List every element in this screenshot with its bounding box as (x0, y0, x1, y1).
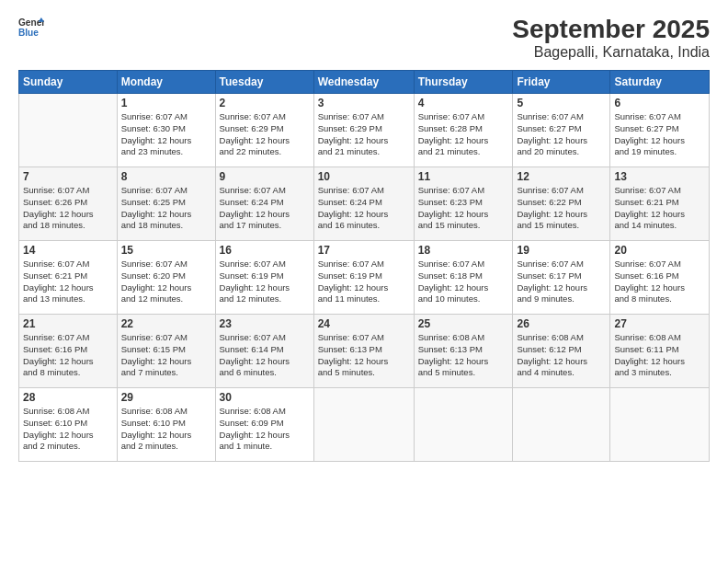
day-number: 17 (318, 244, 410, 257)
day-info: Sunrise: 6:07 AMSunset: 6:16 PMDaylight:… (23, 332, 113, 379)
table-row: 12Sunrise: 6:07 AMSunset: 6:22 PMDayligh… (513, 167, 610, 241)
col-monday: Monday (117, 71, 215, 94)
table-row: 23Sunrise: 6:07 AMSunset: 6:14 PMDayligh… (215, 315, 313, 388)
day-info: Sunrise: 6:07 AMSunset: 6:19 PMDaylight:… (318, 259, 410, 305)
table-row: 17Sunrise: 6:07 AMSunset: 6:19 PMDayligh… (313, 241, 414, 315)
table-row: 8Sunrise: 6:07 AMSunset: 6:25 PMDaylight… (117, 167, 215, 241)
day-info: Sunrise: 6:08 AMSunset: 6:09 PMDaylight:… (220, 406, 310, 453)
day-number: 11 (418, 170, 509, 183)
day-number: 12 (517, 170, 606, 183)
day-info: Sunrise: 6:07 AMSunset: 6:21 PMDaylight:… (614, 185, 705, 232)
table-row: 3Sunrise: 6:07 AMSunset: 6:29 PMDaylight… (313, 94, 414, 167)
day-number: 14 (23, 244, 113, 257)
day-info: Sunrise: 6:08 AMSunset: 6:12 PMDaylight:… (517, 332, 606, 379)
table-row: 28Sunrise: 6:08 AMSunset: 6:10 PMDayligh… (19, 388, 118, 462)
day-number: 7 (23, 170, 113, 183)
day-number: 10 (318, 170, 410, 183)
day-number: 4 (418, 97, 509, 109)
day-info: Sunrise: 6:07 AMSunset: 6:17 PMDaylight:… (517, 259, 606, 305)
logo-icon: General Blue (18, 15, 44, 40)
col-saturday: Saturday (610, 71, 710, 94)
day-info: Sunrise: 6:07 AMSunset: 6:23 PMDaylight:… (418, 185, 509, 232)
table-row: 20Sunrise: 6:07 AMSunset: 6:16 PMDayligh… (610, 241, 710, 315)
col-thursday: Thursday (414, 71, 513, 94)
day-info: Sunrise: 6:07 AMSunset: 6:13 PMDaylight:… (318, 332, 410, 379)
table-row: 25Sunrise: 6:08 AMSunset: 6:13 PMDayligh… (414, 315, 513, 388)
day-number: 13 (614, 170, 705, 183)
table-row: 15Sunrise: 6:07 AMSunset: 6:20 PMDayligh… (117, 241, 215, 315)
day-info: Sunrise: 6:07 AMSunset: 6:28 PMDaylight:… (418, 111, 509, 158)
day-number: 20 (614, 244, 705, 257)
table-row: 4Sunrise: 6:07 AMSunset: 6:28 PMDaylight… (414, 94, 513, 167)
day-number: 6 (614, 97, 705, 109)
day-number: 19 (517, 244, 606, 257)
calendar-week-row: 14Sunrise: 6:07 AMSunset: 6:21 PMDayligh… (19, 241, 710, 315)
page-header: General Blue September 2025 Bagepalli, K… (18, 15, 710, 61)
day-info: Sunrise: 6:07 AMSunset: 6:20 PMDaylight:… (121, 259, 211, 305)
day-info: Sunrise: 6:08 AMSunset: 6:10 PMDaylight:… (121, 406, 211, 453)
day-info: Sunrise: 6:07 AMSunset: 6:18 PMDaylight:… (418, 259, 509, 305)
day-number: 23 (220, 317, 310, 330)
table-row: 26Sunrise: 6:08 AMSunset: 6:12 PMDayligh… (513, 315, 610, 388)
day-info: Sunrise: 6:07 AMSunset: 6:21 PMDaylight:… (23, 259, 113, 305)
table-row: 14Sunrise: 6:07 AMSunset: 6:21 PMDayligh… (19, 241, 118, 315)
table-row: 30Sunrise: 6:08 AMSunset: 6:09 PMDayligh… (215, 388, 313, 462)
day-info: Sunrise: 6:07 AMSunset: 6:29 PMDaylight:… (318, 111, 410, 158)
table-row: 9Sunrise: 6:07 AMSunset: 6:24 PMDaylight… (215, 167, 313, 241)
day-info: Sunrise: 6:07 AMSunset: 6:27 PMDaylight:… (614, 111, 705, 158)
day-number: 9 (220, 170, 310, 183)
day-number: 16 (220, 244, 310, 257)
table-row: 7Sunrise: 6:07 AMSunset: 6:26 PMDaylight… (19, 167, 118, 241)
table-row (610, 388, 710, 462)
table-row: 10Sunrise: 6:07 AMSunset: 6:24 PMDayligh… (313, 167, 414, 241)
day-number: 24 (318, 317, 410, 330)
day-number: 30 (220, 391, 310, 404)
calendar-header-row: Sunday Monday Tuesday Wednesday Thursday… (19, 71, 710, 94)
day-number: 22 (121, 317, 211, 330)
day-info: Sunrise: 6:07 AMSunset: 6:16 PMDaylight:… (614, 259, 705, 305)
day-number: 2 (220, 97, 310, 109)
calendar-week-row: 1Sunrise: 6:07 AMSunset: 6:30 PMDaylight… (19, 94, 710, 167)
svg-text:Blue: Blue (18, 28, 39, 38)
day-number: 1 (121, 97, 211, 109)
day-number: 25 (418, 317, 509, 330)
table-row: 11Sunrise: 6:07 AMSunset: 6:23 PMDayligh… (414, 167, 513, 241)
col-friday: Friday (513, 71, 610, 94)
day-number: 18 (418, 244, 509, 257)
table-row: 29Sunrise: 6:08 AMSunset: 6:10 PMDayligh… (117, 388, 215, 462)
table-row (313, 388, 414, 462)
day-info: Sunrise: 6:08 AMSunset: 6:11 PMDaylight:… (614, 332, 705, 379)
col-sunday: Sunday (19, 71, 118, 94)
table-row (513, 388, 610, 462)
table-row: 5Sunrise: 6:07 AMSunset: 6:27 PMDaylight… (513, 94, 610, 167)
table-row: 2Sunrise: 6:07 AMSunset: 6:29 PMDaylight… (215, 94, 313, 167)
table-row: 18Sunrise: 6:07 AMSunset: 6:18 PMDayligh… (414, 241, 513, 315)
table-row: 16Sunrise: 6:07 AMSunset: 6:19 PMDayligh… (215, 241, 313, 315)
day-info: Sunrise: 6:07 AMSunset: 6:14 PMDaylight:… (220, 332, 310, 379)
day-number: 29 (121, 391, 211, 404)
day-info: Sunrise: 6:07 AMSunset: 6:19 PMDaylight:… (220, 259, 310, 305)
calendar-table: Sunday Monday Tuesday Wednesday Thursday… (18, 70, 710, 462)
logo: General Blue (18, 15, 44, 40)
day-number: 21 (23, 317, 113, 330)
table-row: 24Sunrise: 6:07 AMSunset: 6:13 PMDayligh… (313, 315, 414, 388)
day-number: 8 (121, 170, 211, 183)
day-info: Sunrise: 6:07 AMSunset: 6:29 PMDaylight:… (220, 111, 310, 158)
location-subtitle: Bagepalli, Karnataka, India (512, 44, 710, 61)
table-row (19, 94, 118, 167)
day-number: 3 (318, 97, 410, 109)
col-wednesday: Wednesday (313, 71, 414, 94)
day-info: Sunrise: 6:07 AMSunset: 6:30 PMDaylight:… (121, 111, 211, 158)
calendar-week-row: 21Sunrise: 6:07 AMSunset: 6:16 PMDayligh… (19, 315, 710, 388)
day-info: Sunrise: 6:07 AMSunset: 6:24 PMDaylight:… (318, 185, 410, 232)
table-row: 22Sunrise: 6:07 AMSunset: 6:15 PMDayligh… (117, 315, 215, 388)
table-row (414, 388, 513, 462)
table-row: 21Sunrise: 6:07 AMSunset: 6:16 PMDayligh… (19, 315, 118, 388)
month-title: September 2025 (512, 15, 710, 44)
day-number: 28 (23, 391, 113, 404)
col-tuesday: Tuesday (215, 71, 313, 94)
table-row: 19Sunrise: 6:07 AMSunset: 6:17 PMDayligh… (513, 241, 610, 315)
day-number: 27 (614, 317, 705, 330)
day-info: Sunrise: 6:07 AMSunset: 6:22 PMDaylight:… (517, 185, 606, 232)
day-info: Sunrise: 6:07 AMSunset: 6:27 PMDaylight:… (517, 111, 606, 158)
